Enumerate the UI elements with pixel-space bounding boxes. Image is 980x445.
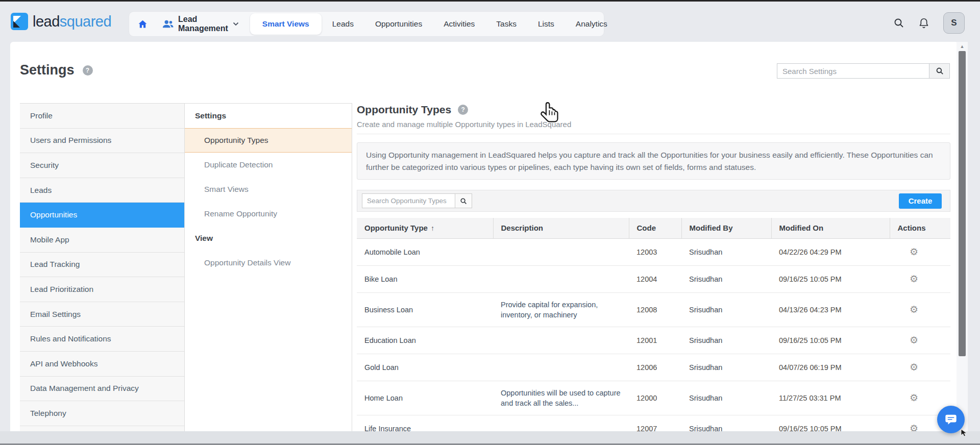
sidebar-item[interactable]: Email Settings — [20, 302, 184, 327]
leadsquared-logo: leadsquared — [10, 12, 111, 31]
nav-tab[interactable]: Tasks — [485, 12, 527, 36]
gear-icon[interactable]: ⚙ — [897, 334, 918, 347]
cell-modified-on: 04/07/26 06:19 PM — [771, 354, 890, 381]
table-toolbar: Create — [357, 190, 950, 212]
mouse-hand-cursor-icon — [538, 101, 562, 130]
settings-help-icon[interactable]: ? — [83, 65, 93, 76]
sidebar-item[interactable]: Rules and Notifications — [20, 327, 184, 352]
cell-modified-by: Srisudhan — [681, 265, 771, 292]
sidebar-item[interactable]: Data Management and Privacy — [20, 377, 184, 402]
workspace-switcher[interactable]: Lead Management — [162, 15, 239, 33]
sidebar-item[interactable]: API and Webhooks — [20, 352, 184, 377]
opportunity-types-search-input[interactable] — [362, 193, 455, 208]
gear-icon[interactable]: ⚙ — [897, 391, 918, 405]
submenu-section-view: View — [185, 226, 352, 251]
settings-search-input[interactable] — [777, 63, 929, 79]
nav-right-actions: S — [893, 12, 965, 34]
submenu-item[interactable]: Smart Views — [185, 177, 352, 202]
settings-sidebar: Profile Users and Permissions Security L… — [20, 104, 185, 432]
opportunity-types-search — [362, 193, 472, 208]
logo-text: leadsquared — [33, 14, 111, 29]
submenu-item[interactable]: Duplicate Detection — [185, 153, 352, 177]
nav-tab[interactable]: Lists — [527, 12, 565, 36]
cell-opportunity-type: Education Loan — [357, 327, 493, 354]
user-avatar[interactable]: S — [943, 12, 965, 34]
sidebar-item[interactable]: Leads — [20, 178, 184, 203]
logo-lead: lead — [33, 13, 60, 30]
cell-code: 12006 — [629, 354, 681, 381]
vertical-scrollbar: ▲ — [957, 42, 968, 431]
sidebar-item[interactable]: Lead Prioritization — [20, 277, 184, 302]
table-header-row: Opportunity Type↑ Description Code Modif… — [357, 218, 950, 238]
cell-modified-on: 09/16/25 10:05 PM — [771, 265, 890, 292]
bottom-strip — [0, 431, 980, 445]
page-title: Settings — [20, 62, 75, 78]
cell-opportunity-type: Gold Loan — [357, 354, 493, 381]
cell-code: 12004 — [629, 265, 681, 292]
settings-search-button[interactable] — [929, 63, 950, 79]
home-button[interactable] — [137, 19, 148, 30]
cell-opportunity-type: Home Loan — [357, 381, 493, 415]
scrollbar-up-arrow-icon[interactable]: ▲ — [957, 42, 968, 50]
cell-modified-on: 11/27/25 03:31 PM — [771, 381, 890, 415]
column-header-modified-on: Modified On — [771, 218, 890, 238]
cell-code: 12000 — [629, 381, 681, 415]
sidebar-item[interactable]: Mobile App — [20, 228, 184, 253]
gear-icon[interactable]: ⚙ — [897, 245, 918, 259]
create-button[interactable]: Create — [899, 193, 942, 209]
cell-description: Provide capital for expansion, inventory… — [493, 292, 629, 327]
sidebar-item[interactable]: Profile — [20, 104, 184, 129]
settings-submenu: Settings Opportunity Types Duplicate Det… — [185, 104, 352, 432]
gear-icon[interactable]: ⚙ — [897, 361, 918, 374]
cell-code: 12008 — [629, 292, 681, 327]
sort-ascending-icon: ↑ — [431, 224, 434, 232]
scrollbar-thumb[interactable] — [959, 51, 966, 356]
content-heading: Opportunity Types — [357, 104, 451, 116]
sidebar-item[interactable]: Users and Permissions — [20, 129, 184, 154]
page-title-row: Settings ? — [20, 62, 93, 78]
global-search-button[interactable] — [893, 17, 904, 29]
table-row[interactable]: Home Loan Opportunities will be used to … — [357, 381, 950, 415]
gear-icon[interactable]: ⚙ — [897, 303, 918, 316]
opportunity-types-help-icon[interactable]: ? — [458, 105, 468, 115]
submenu-item[interactable]: Opportunity Details View — [185, 251, 352, 275]
sidebar-item[interactable]: Security — [20, 153, 184, 178]
gear-icon[interactable]: ⚙ — [897, 273, 918, 286]
cell-actions: ⚙ — [890, 327, 950, 354]
submenu-section-settings: Settings — [185, 104, 352, 128]
main-navigation: Lead Management Smart Views Leads Opport… — [129, 11, 604, 37]
column-header-label: Opportunity Type — [364, 224, 428, 232]
cell-opportunity-type: Business Loan — [357, 292, 493, 327]
cell-description — [493, 327, 629, 354]
column-header-opportunity-type[interactable]: Opportunity Type↑ — [357, 218, 493, 238]
cursor-arrow-icon — [961, 429, 968, 439]
table-row[interactable]: Gold Loan 12006 Srisudhan 04/07/26 06:19… — [357, 354, 950, 381]
table-row[interactable]: Business Loan Provide capital for expans… — [357, 292, 950, 327]
cell-modified-by: Srisudhan — [681, 292, 771, 327]
sidebar-item[interactable]: Opportunities — [20, 203, 184, 228]
top-border — [0, 0, 980, 2]
content-divider — [357, 134, 950, 134]
nav-tab[interactable]: Opportunities — [364, 12, 433, 36]
nav-tab[interactable]: Leads — [322, 12, 364, 36]
table-row[interactable]: Automobile Loan 12003 Srisudhan 04/22/26… — [357, 238, 950, 265]
nav-tabs: Smart Views Leads Opportunities Activiti… — [250, 12, 618, 36]
cell-code: 12003 — [629, 238, 681, 265]
submenu-item[interactable]: Rename Opportunity — [185, 202, 352, 226]
leadsquared-app: leadsquared Lead Management — [0, 0, 980, 445]
opportunity-types-search-button[interactable] — [455, 193, 472, 208]
cell-modified-by: Srisudhan — [681, 354, 771, 381]
table-row[interactable]: Education Loan 12001 Srisudhan 09/16/25 … — [357, 327, 950, 354]
column-header-description: Description — [493, 218, 629, 238]
cell-modified-by: Srisudhan — [681, 327, 771, 354]
nav-tab[interactable]: Activities — [433, 12, 485, 36]
nav-tab[interactable]: Smart Views — [250, 13, 322, 35]
table-row[interactable]: Bike Loan 12004 Srisudhan 09/16/25 10:05… — [357, 265, 950, 292]
notifications-bell-button[interactable] — [918, 17, 929, 29]
sidebar-item[interactable]: Lead Tracking — [20, 253, 184, 278]
settings-panels: Profile Users and Permissions Security L… — [20, 103, 352, 432]
column-header-modified-by: Modified By — [681, 218, 771, 238]
submenu-item[interactable]: Opportunity Types — [185, 128, 352, 153]
nav-tab[interactable]: Analytics — [565, 12, 618, 36]
sidebar-item[interactable]: Telephony — [20, 401, 184, 426]
